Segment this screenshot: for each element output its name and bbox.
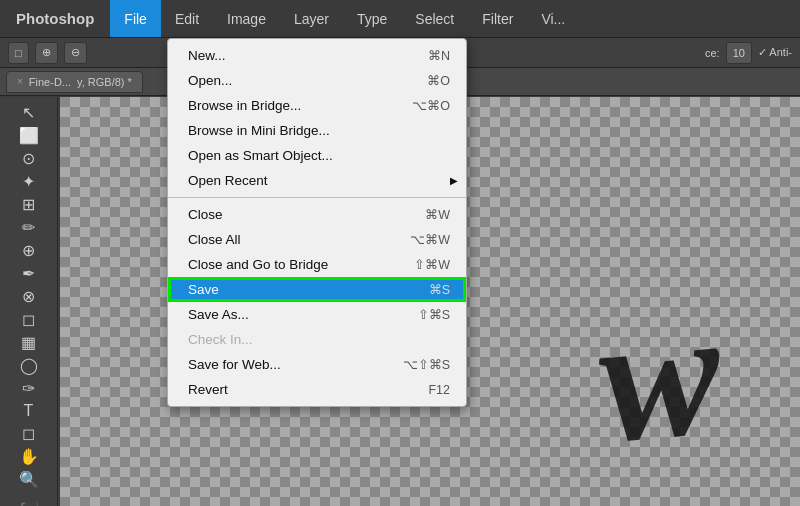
menu-item-browse-mini[interactable]: Browse in Mini Bridge... xyxy=(168,118,466,143)
menu-image[interactable]: Image xyxy=(213,0,280,37)
marquee-tool[interactable]: ⬜ xyxy=(14,126,44,145)
tab-close-icon[interactable]: × xyxy=(17,76,23,87)
menu-item-check-in: Check In... xyxy=(168,327,466,352)
brush-tool[interactable]: ✒ xyxy=(14,264,44,283)
pen-tool[interactable]: ✑ xyxy=(14,379,44,398)
anti-label: ✓ Anti- xyxy=(758,46,792,59)
menu-item-close[interactable]: Close ⌘W xyxy=(168,202,466,227)
tab-document[interactable]: × Fine-D... y, RGB/8) * xyxy=(6,71,143,93)
file-dropdown-menu: New... ⌘N Open... ⌘O Browse in Bridge...… xyxy=(167,38,467,407)
tolerance-label: ce: xyxy=(705,47,720,59)
magic-wand-tool[interactable]: ✦ xyxy=(14,172,44,191)
tolerance-input[interactable]: 10 xyxy=(726,42,752,64)
zoom-tool[interactable]: 🔍 xyxy=(14,470,44,489)
menu-item-close-bridge[interactable]: Close and Go to Bridge ⇧⌘W xyxy=(168,252,466,277)
menu-edit[interactable]: Edit xyxy=(161,0,213,37)
separator-1 xyxy=(168,197,466,198)
menu-item-open-smart[interactable]: Open as Smart Object... xyxy=(168,143,466,168)
eyedropper-tool[interactable]: ✏ xyxy=(14,218,44,237)
menu-item-save-as[interactable]: Save As... ⇧⌘S xyxy=(168,302,466,327)
menu-item-revert[interactable]: Revert F12 xyxy=(168,377,466,402)
healing-tool[interactable]: ⊕ xyxy=(14,241,44,260)
gradient-tool[interactable]: ▦ xyxy=(14,333,44,352)
eraser-tool[interactable]: ◻ xyxy=(14,310,44,329)
menu-filter[interactable]: Filter xyxy=(468,0,527,37)
menu-item-save-web[interactable]: Save for Web... ⌥⇧⌘S xyxy=(168,352,466,377)
menu-item-browse-bridge[interactable]: Browse in Bridge... ⌥⌘O xyxy=(168,93,466,118)
canvas-text: w xyxy=(592,281,727,471)
tool-option-3: ⊖ xyxy=(64,42,87,64)
tab-info: y, RGB/8) * xyxy=(77,76,132,88)
menu-item-open[interactable]: Open... ⌘O xyxy=(168,68,466,93)
type-tool[interactable]: T xyxy=(14,402,44,420)
shape-tool[interactable]: ◻ xyxy=(14,424,44,443)
crop-tool[interactable]: ⊞ xyxy=(14,195,44,214)
tool-option-2: ⊕ xyxy=(35,42,58,64)
menu-select[interactable]: Select xyxy=(401,0,468,37)
menu-type[interactable]: Type xyxy=(343,0,401,37)
tab-name: Fine-D... xyxy=(29,76,71,88)
tools-panel: ↖ ⬜ ⊙ ✦ ⊞ ✏ ⊕ ✒ ⊗ ◻ ▦ ◯ ✑ T ◻ ✋ 🔍 ⬛ xyxy=(0,97,58,506)
dodge-tool[interactable]: ◯ xyxy=(14,356,44,375)
app-name: Photoshop xyxy=(0,0,110,37)
clone-tool[interactable]: ⊗ xyxy=(14,287,44,306)
menubar: Photoshop File Edit Image Layer Type Sel… xyxy=(0,0,800,38)
menu-item-new[interactable]: New... ⌘N xyxy=(168,43,466,68)
lasso-tool[interactable]: ⊙ xyxy=(14,149,44,168)
menu-item-save[interactable]: Save ⌘S xyxy=(168,277,466,302)
foreground-color[interactable]: ⬛ xyxy=(14,501,44,506)
hand-tool[interactable]: ✋ xyxy=(14,447,44,466)
menu-item-close-all[interactable]: Close All ⌥⌘W xyxy=(168,227,466,252)
move-tool[interactable]: ↖ xyxy=(14,103,44,122)
menu-file[interactable]: File xyxy=(110,0,161,37)
menu-view[interactable]: Vi... xyxy=(527,0,579,37)
tool-option-1: □ xyxy=(8,42,29,64)
menu-item-open-recent[interactable]: Open Recent xyxy=(168,168,466,193)
menu-layer[interactable]: Layer xyxy=(280,0,343,37)
